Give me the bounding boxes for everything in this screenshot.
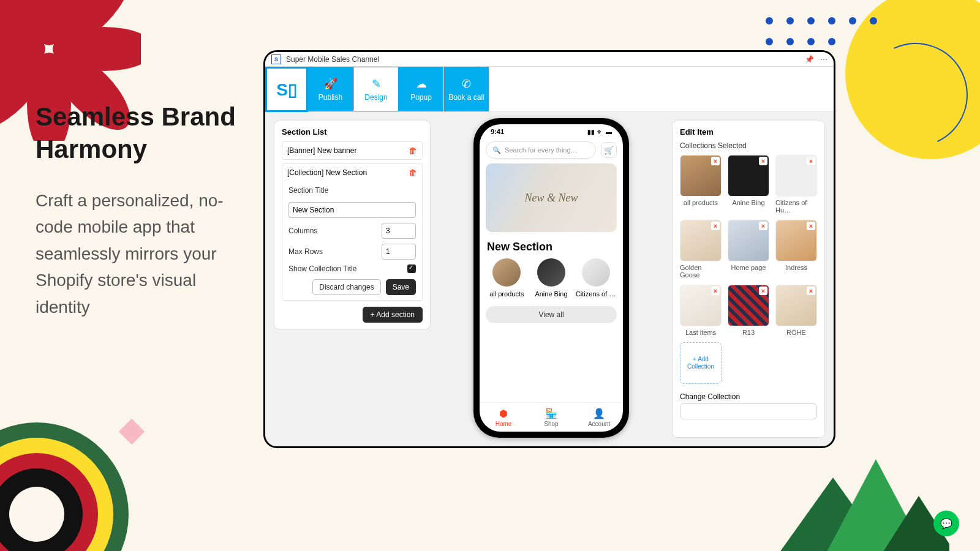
section-title-input[interactable] (288, 202, 416, 218)
collection-item[interactable]: ×Citizens of Hu… (775, 155, 817, 214)
change-collection-label: Change Collection (680, 392, 817, 401)
nav-design-label: Design (364, 93, 387, 102)
home-icon: ⬢ (499, 408, 508, 419)
remove-icon[interactable]: × (759, 287, 767, 295)
preview-section-title: New Section (487, 241, 616, 253)
edit-icon: ✎ (372, 77, 381, 91)
trash-icon[interactable]: 🗑 (409, 168, 417, 178)
remove-icon[interactable]: × (711, 157, 720, 165)
tab-shop[interactable]: 🏪 Shop (527, 403, 575, 432)
search-input[interactable]: 🔍 Search for every thing… (486, 141, 596, 159)
hero-body: Craft a personalized, no-code mobile app… (36, 187, 238, 320)
window-titlebar: S Super Mobile Sales Channel 📌 ⋯ (265, 52, 834, 67)
remove-icon[interactable]: × (759, 157, 767, 165)
section-row-collection[interactable]: [Collection] New Section 🗑 (282, 163, 423, 181)
nav-book-label: Book a call (448, 93, 484, 102)
decor-rings (0, 422, 129, 551)
collection-item[interactable]: ×R13 (728, 285, 769, 336)
section-row-collection-label: [Collection] New Section (287, 168, 367, 177)
maxrows-input[interactable] (382, 244, 416, 260)
shop-icon: 🏪 (545, 408, 557, 419)
section-row-banner-label: [Banner] New banner (287, 146, 356, 155)
collection-name: Anine Bing (732, 199, 764, 206)
pin-icon[interactable]: 📌 (805, 55, 814, 64)
tab-home-label: Home (496, 421, 512, 427)
tab-account-label: Account (588, 421, 610, 427)
discard-button[interactable]: Discard changes (312, 279, 380, 295)
collection-item[interactable]: ×Home page (728, 220, 769, 279)
rocket-icon: 🚀 (324, 77, 337, 91)
collection-name: Indress (785, 264, 807, 271)
remove-icon[interactable]: × (807, 222, 815, 230)
remove-icon[interactable]: × (759, 222, 767, 230)
add-collection-button[interactable]: + Add Collection (680, 342, 722, 384)
collection-circle[interactable]: Anine Bing (530, 258, 573, 298)
collection-item[interactable]: ×RÓHE (775, 285, 817, 336)
trash-icon[interactable]: 🗑 (409, 146, 417, 156)
collection-circle[interactable]: all products (485, 258, 528, 298)
phone-statusbar: 9:41 ▮▮ ᯤ ▬ (480, 124, 623, 139)
collection-name: Citizens of Hu… (775, 199, 817, 214)
hero-banner[interactable]: New & New (486, 163, 617, 232)
edit-item-title: Edit Item (680, 127, 817, 137)
decor-mountains (735, 441, 949, 551)
hero-heading: Seamless Brand Harmony (36, 101, 238, 165)
add-section-button[interactable]: + Add section (363, 307, 423, 323)
tab-shop-label: Shop (544, 421, 558, 427)
nav-design[interactable]: ✎ Design (353, 67, 399, 111)
search-placeholder: Search for every thing… (505, 146, 578, 154)
collection-item[interactable]: ×Anine Bing (728, 155, 769, 214)
phone-preview: 9:41 ▮▮ ᯤ ▬ 🔍 Search for every thing… 🛒 (473, 118, 629, 438)
collection-name: Home page (731, 264, 766, 271)
collection-thumb (537, 258, 565, 287)
remove-icon[interactable]: × (807, 287, 815, 295)
remove-icon[interactable]: × (807, 157, 815, 165)
columns-label: Columns (288, 227, 317, 235)
search-icon: 🔍 (492, 146, 501, 154)
chat-icon: 💬 (940, 518, 952, 530)
collection-thumb (492, 258, 521, 287)
collection-label: Anine Bing (535, 290, 567, 298)
account-icon: 👤 (593, 408, 605, 419)
battery-icon: ▬ (606, 129, 612, 135)
chat-bubble-button[interactable]: 💬 (933, 511, 959, 536)
decor-dots (766, 17, 888, 45)
edit-item-panel: Edit Item Collections Selected ×all prod… (672, 121, 825, 438)
collection-item[interactable]: ×Golden Goose (680, 220, 722, 279)
status-time: 9:41 (491, 128, 504, 135)
collection-name: all products (684, 199, 718, 206)
section-list-panel: Section List [Banner] New banner 🗑 [Coll… (274, 121, 431, 329)
tab-home[interactable]: ⬢ Home (480, 403, 527, 432)
remove-icon[interactable]: × (711, 287, 720, 295)
showtitle-checkbox[interactable] (407, 264, 416, 273)
showtitle-label: Show Collection Title (288, 264, 356, 273)
change-collection-input[interactable] (680, 403, 817, 419)
window-title: Super Mobile Sales Channel (286, 55, 379, 64)
nav-publish-label: Publish (318, 93, 342, 102)
maxrows-label: Max Rows (288, 247, 323, 256)
brand-logo: S▯ (265, 67, 308, 112)
signal-icon: ▮▮ (587, 129, 595, 135)
view-all-button[interactable]: View all (486, 306, 617, 323)
save-button[interactable]: Save (386, 279, 416, 295)
remove-icon[interactable]: × (711, 222, 720, 230)
app-logo-icon: S (271, 54, 281, 64)
section-row-banner[interactable]: [Banner] New banner 🗑 (282, 141, 423, 160)
cloud-upload-icon: ☁ (416, 77, 427, 91)
collection-item[interactable]: ×Last items (680, 285, 722, 336)
phone-icon: ✆ (462, 77, 471, 91)
section-editor: Section Title Columns Max Rows Show Coll… (282, 181, 423, 301)
collection-circle[interactable]: Citizens of … (575, 258, 617, 298)
nav-popup-label: Popup (410, 93, 432, 102)
nav-popup[interactable]: ☁ Popup (399, 67, 444, 111)
tab-account[interactable]: 👤 Account (575, 403, 623, 432)
cart-button[interactable]: 🛒 (601, 142, 617, 158)
collection-label: all products (489, 290, 524, 298)
more-icon[interactable]: ⋯ (820, 55, 827, 64)
nav-book-call[interactable]: ✆ Book a call (444, 67, 489, 111)
nav-publish[interactable]: 🚀 Publish (308, 67, 353, 111)
collection-thumb (582, 258, 610, 287)
collection-item[interactable]: ×all products (680, 155, 722, 214)
collection-item[interactable]: ×Indress (775, 220, 817, 279)
columns-input[interactable] (382, 223, 416, 239)
